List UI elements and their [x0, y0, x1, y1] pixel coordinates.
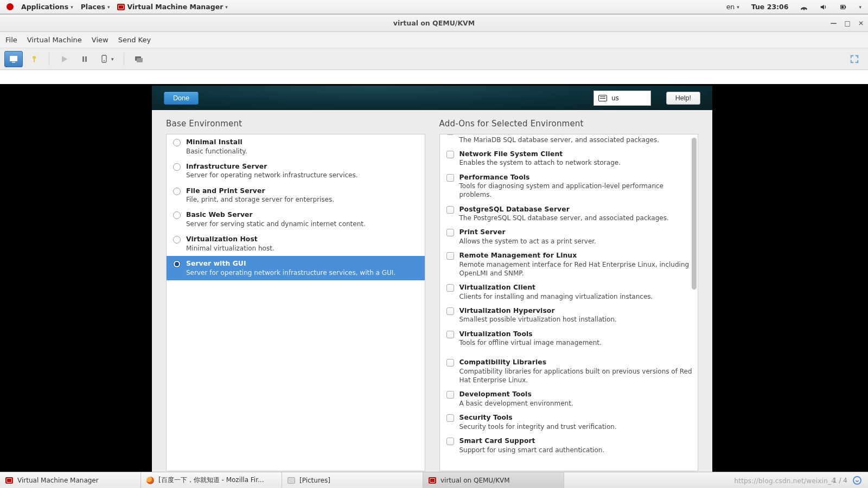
- window-minimize-button[interactable]: —: [831, 20, 837, 27]
- addon-option[interactable]: Compatibility Libraries Compatibility li…: [440, 355, 698, 387]
- taskbar-item-vm-console[interactable]: virtual on QEMU/KVM: [423, 472, 564, 488]
- addon-desc: Allows the system to act as a print serv…: [459, 237, 596, 246]
- window-title: virtual on QEMU/KVM: [393, 19, 475, 27]
- window-maximize-button[interactable]: □: [845, 20, 851, 27]
- taskbar-item-pictures[interactable]: [Pictures]: [282, 472, 423, 488]
- details-view-button[interactable]: [25, 51, 43, 67]
- vm-shutdown-dropdown[interactable]: ▾: [96, 53, 118, 65]
- addon-title: Smart Card Support: [459, 436, 605, 446]
- checkbox-icon: [446, 134, 454, 135]
- environment-option[interactable]: File and Print Server File, print, and s…: [167, 183, 425, 208]
- app-menu[interactable]: Virtual Machine Manager ▾: [114, 2, 231, 12]
- menu-virtual-machine[interactable]: Virtual Machine: [27, 36, 82, 44]
- menu-send-key[interactable]: Send Key: [118, 36, 151, 44]
- applications-menu[interactable]: Applications ▾: [18, 2, 76, 12]
- battery-icon[interactable]: [836, 2, 850, 12]
- addon-title: Remote Management for Linux: [459, 251, 693, 260]
- snapshots-button[interactable]: [130, 51, 148, 67]
- window-close-button[interactable]: ✕: [858, 20, 864, 27]
- addon-title: Compatibility Libraries: [459, 358, 693, 367]
- vm-run-button[interactable]: [55, 51, 73, 67]
- scrollbar-thumb[interactable]: [692, 138, 697, 290]
- addon-title: Development Tools: [459, 390, 573, 399]
- addon-option[interactable]: Development Tools A basic development en…: [440, 387, 698, 410]
- addons-list[interactable]: MariaDB Database Server The MariaDB SQL …: [439, 134, 699, 471]
- addon-option[interactable]: PostgreSQL Database Server The PostgreSQ…: [440, 202, 698, 226]
- clock[interactable]: Tue 23:06: [748, 2, 792, 12]
- checkbox-icon: [446, 284, 454, 292]
- done-button[interactable]: Done: [164, 92, 199, 105]
- environment-option[interactable]: Infrastructure Server Server for operati…: [167, 159, 425, 183]
- menu-view[interactable]: View: [92, 36, 108, 44]
- svg-point-6: [33, 56, 36, 59]
- environment-option[interactable]: Server with GUI Server for operating net…: [167, 256, 425, 280]
- gnome-top-bar: Applications ▾ Places ▾ Virtual Machine …: [0, 0, 868, 14]
- input-lang-indicator[interactable]: en ▾: [723, 2, 743, 12]
- scrollbar[interactable]: [692, 136, 697, 470]
- environment-desc: Server for operating network infrastruct…: [186, 268, 395, 277]
- workspace-indicator-icon[interactable]: [853, 476, 861, 485]
- help-button[interactable]: Help!: [666, 92, 700, 105]
- addon-option[interactable]: Smart Card Support Support for using sma…: [440, 434, 698, 457]
- addon-option[interactable]: Print Server Allows the system to act as…: [440, 225, 698, 248]
- checkbox-icon: [446, 438, 454, 445]
- addon-title: Print Server: [459, 228, 596, 237]
- addon-option[interactable]: Virtualization Hypervisor Smallest possi…: [440, 304, 698, 327]
- volume-icon[interactable]: [816, 2, 831, 12]
- taskbar-item-virt-manager[interactable]: Virtual Machine Manager: [0, 472, 141, 488]
- svg-rect-7: [34, 59, 35, 62]
- addon-option[interactable]: Network File System Client Enables the s…: [440, 147, 698, 170]
- firefox-icon: [146, 477, 154, 484]
- keyboard-icon: [598, 95, 607, 101]
- anaconda-header: Done us Help!: [152, 86, 712, 110]
- addon-desc: The MariaDB SQL database server, and ass…: [459, 136, 660, 144]
- svg-rect-2: [845, 6, 846, 8]
- network-icon[interactable]: [797, 2, 811, 12]
- svg-rect-8: [82, 56, 84, 62]
- addon-desc: Tools for diagnosing system and applicat…: [459, 182, 693, 199]
- checkbox-icon: [446, 331, 454, 338]
- addon-option[interactable]: Security Tools Security tools for integr…: [440, 410, 698, 434]
- addon-option[interactable]: Virtualization Client Clients for instal…: [440, 280, 698, 304]
- virt-manager-icon: [117, 4, 125, 10]
- addon-option[interactable]: Remote Management for Linux Remote manag…: [440, 248, 698, 280]
- addon-title: Virtualization Tools: [459, 330, 602, 339]
- addon-desc: Enables the system to attach to network …: [459, 158, 621, 167]
- checkbox-icon: [446, 252, 454, 260]
- anaconda-installer-panel: Done us Help! Base Environment Minimal I…: [152, 86, 712, 477]
- addon-option[interactable]: Virtualization Tools Tools for offline v…: [440, 327, 698, 350]
- console-view-button[interactable]: [4, 51, 23, 67]
- addon-desc: Security tools for integrity and trust v…: [459, 422, 617, 431]
- environment-desc: Server for serving static and dynamic in…: [186, 220, 366, 228]
- svg-point-11: [104, 60, 105, 61]
- environment-title: Virtualization Host: [186, 235, 275, 244]
- radio-icon: [173, 236, 181, 243]
- checkbox-icon: [446, 229, 454, 236]
- vm-pause-button[interactable]: [75, 51, 94, 67]
- radio-icon: [173, 188, 181, 195]
- environment-option[interactable]: Basic Web Server Server for serving stat…: [167, 207, 425, 232]
- addon-desc: Remote management interface for Red Hat …: [459, 260, 693, 278]
- watermark-text: https://blog.csdn.net/weixin_4: [734, 477, 835, 485]
- radio-icon: [173, 211, 181, 219]
- addon-option[interactable]: Performance Tools Tools for diagnosing s…: [440, 170, 698, 202]
- system-menu-caret[interactable]: ▾: [856, 3, 865, 11]
- checkbox-icon: [446, 359, 454, 367]
- checkbox-icon: [446, 174, 454, 182]
- fullscreen-button[interactable]: [845, 51, 864, 67]
- svg-rect-4: [10, 56, 17, 61]
- keyboard-layout-indicator[interactable]: us: [593, 91, 651, 106]
- places-menu[interactable]: Places ▾: [78, 2, 113, 12]
- svg-rect-3: [841, 5, 844, 8]
- virt-manager-icon: [5, 477, 13, 484]
- addon-option[interactable]: MariaDB Database Server The MariaDB SQL …: [440, 134, 698, 147]
- base-environment-list[interactable]: Minimal Install Basic functionality. Inf…: [166, 134, 425, 471]
- activities-rh-icon[interactable]: [3, 2, 17, 11]
- toolbar: ▾: [0, 48, 868, 70]
- menu-file[interactable]: File: [5, 36, 17, 44]
- taskbar-item-firefox[interactable]: [百度一下，你就知道 - Mozilla Fir...: [141, 472, 282, 488]
- environment-option[interactable]: Minimal Install Basic functionality.: [167, 134, 425, 159]
- environment-option[interactable]: Virtualization Host Minimal virtualizati…: [167, 232, 425, 256]
- addon-desc: A basic development environment.: [459, 399, 573, 408]
- addon-desc: Clients for installing and managing virt…: [459, 292, 653, 301]
